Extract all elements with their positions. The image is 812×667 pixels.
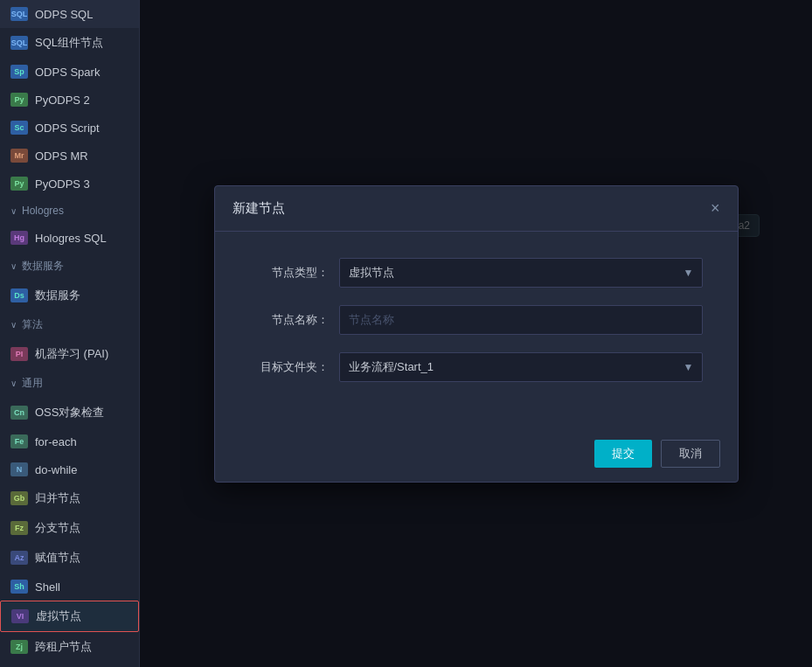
node-type-row: 节点类型： 虚拟节点 ▼	[250, 258, 703, 288]
sidebar-badge-virtual-node: VI	[11, 609, 29, 623]
sidebar-item-pyodps2[interactable]: PyPyODPS 2	[0, 86, 139, 114]
sidebar-badge-pyodps2: Py	[10, 93, 28, 107]
sidebar-item-hologres-sql[interactable]: HgHologres SQL	[0, 224, 139, 252]
sidebar-badge-machine-learning: PI	[10, 347, 28, 361]
target-folder-row: 目标文件夹： 业务流程/Start_1 ▼	[250, 352, 703, 382]
sidebar-label-do-while: do-while	[35, 463, 77, 476]
sidebar-category-label: 数据服务	[22, 259, 64, 274]
sidebar-label-machine-learning: 机器学习 (PAI)	[35, 346, 108, 362]
sidebar-item-odps-sql[interactable]: SQLODPS SQL	[0, 0, 139, 28]
sidebar-label-shell: Shell	[35, 580, 60, 594]
sidebar: SQLODPS SQLSQLSQL组件节点SpODPS SparkPyPyODP…	[0, 0, 140, 667]
sidebar-badge-odps-spark: Sp	[10, 65, 28, 79]
modal-title: 新建节点	[232, 200, 285, 217]
sidebar-badge-assign-node: Az	[10, 551, 28, 565]
sidebar-badge-branch-node: Fz	[10, 521, 28, 535]
modal-close-button[interactable]: ×	[711, 200, 720, 216]
sidebar-item-assign-node[interactable]: Az赋值节点	[0, 543, 139, 573]
sidebar-badge-data-service: Ds	[10, 288, 28, 302]
sidebar-label-sql-component: SQL组件节点	[35, 35, 103, 51]
sidebar-badge-odps-script: Sc	[10, 121, 28, 135]
node-name-input[interactable]	[339, 305, 703, 335]
sidebar-item-odps-script[interactable]: ScODPS Script	[0, 114, 139, 142]
sidebar-badge-oss-check: Cn	[10, 406, 28, 420]
sidebar-category-data-service-cat[interactable]: 数据服务	[0, 252, 139, 281]
sidebar-label-pyodps2: PyODPS 2	[35, 94, 90, 107]
sidebar-item-oss-check[interactable]: CnOSS对象检查	[0, 398, 139, 427]
sidebar-item-machine-learning[interactable]: PI机器学习 (PAI)	[0, 339, 139, 369]
sidebar-badge-sql-component: SQL	[10, 36, 28, 50]
sidebar-badge-for-each: Fe	[10, 434, 28, 448]
node-name-label: 节点名称：	[250, 312, 329, 328]
sidebar-badge-odps-sql: SQL	[10, 7, 28, 21]
sidebar-item-branch-node[interactable]: Fz分支节点	[0, 513, 139, 543]
sidebar-category-general-cat[interactable]: 通用	[0, 369, 139, 398]
sidebar-label-merge-node: 归并节点	[35, 490, 80, 506]
modal-overlay: 新建节点 × 节点类型： 虚拟节点 ▼ 节点名称：	[140, 0, 812, 667]
sidebar-badge-merge-node: Gb	[10, 491, 28, 505]
sidebar-badge-do-while: N	[10, 462, 28, 476]
cancel-button[interactable]: 取消	[661, 440, 720, 468]
target-folder-select-wrapper: 业务流程/Start_1 ▼	[339, 352, 703, 382]
modal-header: 新建节点 ×	[215, 186, 738, 232]
sidebar-item-sql-component[interactable]: SQLSQL组件节点	[0, 28, 139, 58]
sidebar-item-odps-mr[interactable]: MrODPS MR	[0, 142, 139, 170]
sidebar-label-oss-check: OSS对象检查	[35, 405, 104, 420]
sidebar-badge-pyodps3: Py	[10, 177, 28, 191]
sidebar-label-odps-sql: ODPS SQL	[35, 8, 93, 21]
sidebar-label-data-service: 数据服务	[35, 288, 80, 303]
sidebar-item-merge-node[interactable]: Gb归并节点	[0, 483, 139, 513]
sidebar-item-odps-spark[interactable]: SpODPS Spark	[0, 58, 139, 86]
target-folder-select[interactable]: 业务流程/Start_1	[339, 352, 703, 382]
node-name-row: 节点名称：	[250, 305, 703, 335]
modal-body: 节点类型： 虚拟节点 ▼ 节点名称： 目标文件夹：	[215, 232, 738, 426]
new-node-modal: 新建节点 × 节点类型： 虚拟节点 ▼ 节点名称：	[214, 185, 739, 483]
sidebar-label-hologres-sql: Hologres SQL	[35, 232, 107, 245]
sidebar-label-odps-script: ODPS Script	[35, 122, 100, 135]
sidebar-badge-odps-mr: Mr	[10, 149, 28, 163]
modal-footer: 提交 取消	[215, 426, 738, 482]
submit-button[interactable]: 提交	[594, 440, 652, 468]
sidebar-category-algorithm-cat[interactable]: 算法	[0, 310, 139, 339]
sidebar-item-pyodps3[interactable]: PyPyODPS 3	[0, 170, 139, 198]
sidebar-label-for-each: for-each	[35, 435, 77, 448]
sidebar-label-pyodps3: PyODPS 3	[35, 177, 90, 191]
sidebar-label-odps-spark: ODPS Spark	[35, 66, 100, 79]
sidebar-label-branch-node: 分支节点	[35, 520, 80, 536]
node-type-label: 节点类型：	[250, 265, 329, 281]
sidebar-item-virtual-node[interactable]: VI虚拟节点	[0, 601, 139, 632]
target-folder-label: 目标文件夹：	[250, 359, 329, 375]
node-type-select[interactable]: 虚拟节点	[339, 258, 703, 288]
sidebar-item-shell[interactable]: ShShell	[0, 573, 139, 601]
sidebar-label-odps-mr: ODPS MR	[35, 149, 88, 163]
sidebar-item-do-while[interactable]: Ndo-while	[0, 455, 139, 483]
node-type-select-wrapper: 虚拟节点 ▼	[339, 258, 703, 288]
sidebar-category-label: Hologres	[22, 205, 64, 217]
main-canvas: Sk insert_data2 新建节点 × 节点类型： 虚拟节点 ▼	[140, 0, 812, 667]
sidebar-item-for-each[interactable]: Fefor-each	[0, 427, 139, 455]
sidebar-category-label: 算法	[22, 317, 43, 332]
sidebar-badge-shell: Sh	[10, 580, 28, 594]
sidebar-item-data-service[interactable]: Ds数据服务	[0, 281, 139, 310]
sidebar-label-virtual-node: 虚拟节点	[36, 608, 81, 624]
sidebar-label-cross-tenant-node: 跨租户节点	[35, 639, 92, 655]
sidebar-category-label: 通用	[22, 376, 43, 391]
sidebar-badge-cross-tenant-node: Zj	[10, 640, 28, 654]
sidebar-item-cross-tenant-node[interactable]: Zj跨租户节点	[0, 632, 139, 662]
sidebar-label-assign-node: 赋值节点	[35, 550, 80, 566]
sidebar-badge-hologres-sql: Hg	[10, 231, 28, 245]
sidebar-category-hologres-cat[interactable]: Hologres	[0, 198, 139, 224]
